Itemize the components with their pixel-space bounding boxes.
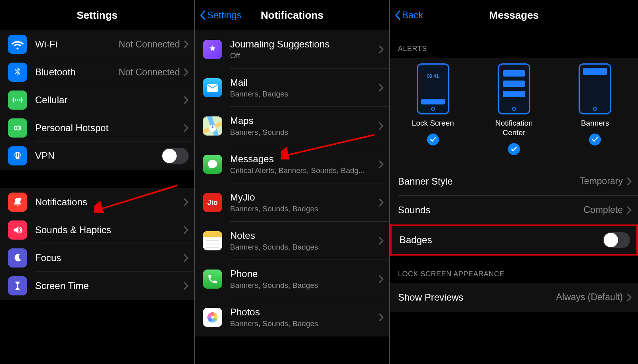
chevron-right-icon	[379, 275, 384, 283]
row-value: Temporary	[579, 176, 623, 187]
settings-panel: Settings Wi-Fi Not Connected Bluetooth N…	[0, 0, 194, 364]
row-sub: Banners, Sounds, Badges	[230, 243, 379, 252]
chevron-right-icon	[379, 45, 384, 53]
svg-point-5	[18, 198, 21, 201]
row-label: Cellular	[35, 94, 184, 106]
row-value: Not Connected	[119, 67, 180, 78]
row-label: Personal Hotspot	[35, 122, 184, 134]
row-messages[interactable]: Messages Critical Alerts, Banners, Sound…	[195, 145, 389, 183]
page-title: Settings	[77, 9, 118, 22]
maps-icon	[203, 116, 222, 136]
messages-icon	[203, 155, 222, 174]
row-label: Notifications	[35, 197, 184, 208]
row-label: Sounds	[398, 205, 584, 216]
journal-icon	[203, 40, 222, 59]
row-label: Badges	[400, 234, 603, 246]
back-label: Settings	[207, 10, 242, 21]
row-sub: Banners, Sounds	[230, 128, 379, 137]
row-wifi[interactable]: Wi-Fi Not Connected	[0, 30, 194, 58]
chevron-right-icon	[379, 160, 384, 168]
settings-group-notifications: Notifications Sounds & Haptics Focus	[0, 188, 194, 300]
row-label: VPN	[35, 150, 161, 162]
row-hotspot[interactable]: Personal Hotspot	[0, 114, 194, 142]
vpn-toggle[interactable]	[161, 148, 189, 164]
chevron-left-icon	[395, 10, 400, 20]
row-journaling[interactable]: Journaling Suggestions Off	[195, 30, 389, 69]
row-show-previews[interactable]: Show Previews Always (Default)	[390, 283, 638, 312]
wifi-icon	[8, 35, 27, 54]
row-label: Bluetooth	[35, 67, 119, 78]
row-notifications[interactable]: Notifications	[0, 188, 194, 216]
alert-option-notification-center[interactable]: NotificationCenter	[484, 63, 544, 163]
check-icon	[589, 134, 601, 146]
notifications-icon	[8, 193, 27, 212]
section-header-lock: LOCK SCREEN APPEARANCE	[390, 256, 638, 283]
row-sub: Banners, Sounds, Badges	[230, 319, 379, 328]
row-phone[interactable]: Phone Banners, Sounds, Badges	[195, 260, 389, 298]
row-label: Screen Time	[35, 280, 184, 292]
row-label: Show Previews	[398, 292, 556, 303]
row-notes[interactable]: Notes Banners, Sounds, Badges	[195, 222, 389, 260]
chevron-right-icon	[627, 293, 632, 301]
row-label: Messages	[230, 153, 379, 165]
alerts-options: 09:41 Lock Screen NotificationCenter	[390, 58, 638, 167]
alert-option-label: NotificationCenter	[484, 118, 544, 138]
chevron-right-icon	[379, 122, 384, 130]
row-cellular[interactable]: Cellular	[0, 86, 194, 114]
navbar-settings: Settings	[0, 0, 194, 30]
cellular-icon	[8, 91, 27, 110]
chevron-right-icon	[379, 313, 384, 321]
navbar-messages: Back Messages	[390, 0, 638, 30]
chevron-right-icon	[184, 96, 189, 104]
mail-icon	[203, 78, 222, 97]
chevron-right-icon	[379, 84, 384, 92]
row-badges[interactable]: Badges	[392, 226, 636, 254]
messages-notification-panel: Back Messages ALERTS 09:41 Lock Screen N…	[389, 0, 638, 364]
alert-option-banners[interactable]: Banners	[565, 63, 625, 163]
notification-center-preview-icon	[498, 63, 530, 114]
chevron-right-icon	[627, 206, 632, 214]
notifications-app-list: Journaling Suggestions Off Mail Banners,…	[195, 30, 389, 336]
row-photos[interactable]: Photos Banners, Sounds, Badges	[195, 298, 389, 336]
photos-icon	[203, 308, 222, 327]
chevron-right-icon	[184, 198, 189, 206]
chevron-right-icon	[184, 226, 189, 234]
row-label: Banner Style	[398, 176, 579, 187]
row-label: Mail	[230, 77, 379, 89]
alert-option-lock-screen[interactable]: 09:41 Lock Screen	[403, 63, 463, 163]
annotation-highlight-badges: Badges	[390, 224, 638, 256]
row-value: Always (Default)	[556, 292, 623, 303]
myjio-icon: Jio	[203, 193, 222, 212]
badges-toggle[interactable]	[603, 232, 630, 248]
row-focus[interactable]: Focus	[0, 244, 194, 272]
row-screen-time[interactable]: Screen Time	[0, 272, 194, 300]
row-sounds[interactable]: Sounds Complete	[390, 196, 638, 224]
row-label: Sounds & Haptics	[35, 224, 184, 236]
row-label: Photos	[230, 307, 379, 318]
back-label: Back	[402, 10, 423, 21]
row-vpn[interactable]: VPN	[0, 142, 194, 170]
chevron-right-icon	[627, 177, 632, 185]
row-sub: Banners, Sounds, Badges	[230, 281, 379, 290]
chevron-left-icon	[200, 10, 205, 20]
page-title: Messages	[489, 9, 539, 22]
chevron-right-icon	[184, 40, 189, 48]
back-button[interactable]: Settings	[200, 0, 242, 30]
row-sub: Off	[230, 51, 379, 60]
hotspot-icon	[8, 118, 27, 138]
row-mail[interactable]: Mail Banners, Badges	[195, 69, 389, 107]
chevron-right-icon	[184, 254, 189, 262]
svg-rect-13	[203, 235, 222, 237]
row-myjio[interactable]: Jio MyJio Banners, Sounds, Badges	[195, 183, 389, 222]
row-bluetooth[interactable]: Bluetooth Not Connected	[0, 58, 194, 86]
row-sub: Critical Alerts, Banners, Sounds, Badg..…	[230, 166, 379, 175]
row-sounds-haptics[interactable]: Sounds & Haptics	[0, 216, 194, 244]
lock-screen-preview-icon: 09:41	[417, 63, 449, 114]
screentime-icon	[8, 276, 27, 295]
chevron-right-icon	[184, 124, 189, 132]
row-banner-style[interactable]: Banner Style Temporary	[390, 167, 638, 196]
row-sub: Banners, Sounds, Badges	[230, 205, 379, 213]
row-label: Phone	[230, 268, 379, 280]
row-maps[interactable]: Maps Banners, Sounds	[195, 107, 389, 145]
back-button[interactable]: Back	[395, 0, 423, 30]
